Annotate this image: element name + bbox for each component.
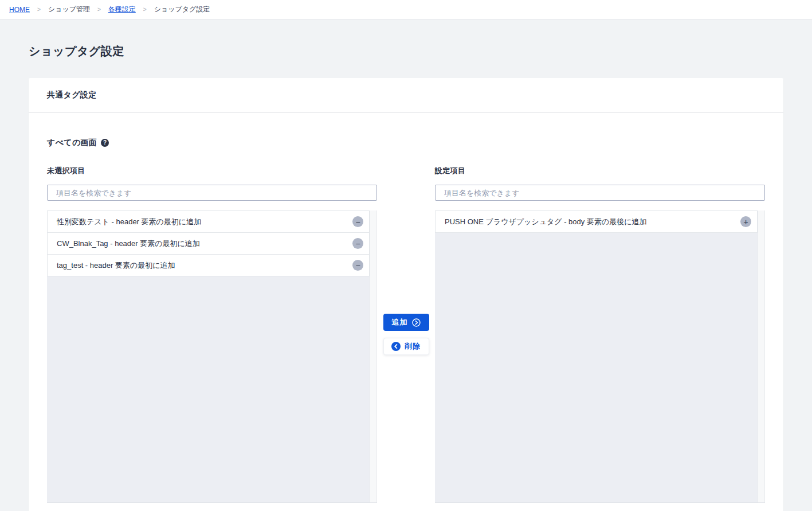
unselected-rows: 性別変数テスト - header 要素の最初に追加 − CW_Blnak_Tag…	[47, 210, 370, 276]
minus-icon[interactable]: −	[352, 216, 363, 227]
card-header-title: 共通タグ設定	[29, 78, 783, 113]
selected-column-label: 設定項目	[435, 166, 765, 176]
breadcrumb-home-link[interactable]: HOME	[9, 6, 30, 14]
unselected-column: 未選択項目 性別変数テスト - header 要素の最初に追加 − CW_Bln…	[47, 166, 377, 503]
list-item[interactable]: tag_test - header 要素の最初に追加 −	[47, 255, 370, 276]
list-item[interactable]: PUSH ONE ブラウザプッシュタグ - body 要素の最後に追加 +	[435, 211, 758, 233]
unselected-listbox: 性別変数テスト - header 要素の最初に追加 − CW_Blnak_Tag…	[47, 210, 377, 503]
unselected-column-label: 未選択項目	[47, 166, 377, 176]
help-icon[interactable]: ?	[101, 139, 109, 147]
breadcrumb-shop-management: ショップ管理	[48, 5, 90, 14]
list-item-label: 性別変数テスト - header 要素の最初に追加	[57, 217, 201, 227]
dual-list-transfer: 未選択項目 性別変数テスト - header 要素の最初に追加 − CW_Bln…	[47, 166, 765, 503]
breadcrumb-separator: >	[97, 6, 101, 13]
list-item[interactable]: CW_Blnak_Tag - header 要素の最初に追加 −	[47, 233, 370, 255]
breadcrumb-separator: >	[143, 6, 147, 13]
page-title: ショップタグ設定	[29, 44, 783, 59]
section-title-row: すべての画面 ?	[47, 138, 765, 148]
card-body: すべての画面 ? 未選択項目 性別変数テスト - header 要素の最初に追加…	[29, 113, 783, 511]
selected-search-input[interactable]	[435, 185, 765, 201]
arrow-left-circle-icon	[391, 342, 401, 351]
minus-icon[interactable]: −	[352, 238, 363, 249]
minus-icon[interactable]: −	[352, 260, 363, 271]
scrollbar-track[interactable]	[758, 210, 765, 502]
delete-button-label: 削除	[405, 341, 421, 352]
section-title-label: すべての画面	[47, 138, 97, 148]
list-item-label: tag_test - header 要素の最初に追加	[57, 260, 175, 271]
breadcrumb-separator: >	[37, 6, 41, 13]
scrollbar-track[interactable]	[370, 210, 377, 502]
transfer-buttons: 追加 削除	[377, 166, 435, 503]
breadcrumb-settings-link[interactable]: 各種設定	[108, 5, 136, 14]
page-content: ショップタグ設定 共通タグ設定 すべての画面 ? 未選択項目 性別変数テスト -…	[0, 44, 812, 511]
selected-listbox: PUSH ONE ブラウザプッシュタグ - body 要素の最後に追加 +	[435, 210, 765, 503]
selected-rows: PUSH ONE ブラウザプッシュタグ - body 要素の最後に追加 +	[435, 210, 758, 233]
delete-button[interactable]: 削除	[383, 338, 429, 355]
plus-icon[interactable]: +	[740, 216, 751, 227]
list-item[interactable]: 性別変数テスト - header 要素の最初に追加 −	[47, 211, 370, 233]
breadcrumb-current-page: ショップタグ設定	[154, 5, 210, 14]
add-button[interactable]: 追加	[383, 314, 429, 331]
common-tag-settings-card: 共通タグ設定 すべての画面 ? 未選択項目 性別変数テスト - header 要…	[29, 78, 783, 511]
unselected-search-input[interactable]	[47, 185, 377, 201]
list-item-label: CW_Blnak_Tag - header 要素の最初に追加	[57, 239, 200, 249]
list-item-label: PUSH ONE ブラウザプッシュタグ - body 要素の最後に追加	[445, 217, 647, 227]
selected-column: 設定項目 PUSH ONE ブラウザプッシュタグ - body 要素の最後に追加…	[435, 166, 765, 503]
arrow-right-circle-icon	[412, 318, 421, 327]
breadcrumb: HOME > ショップ管理 > 各種設定 > ショップタグ設定	[0, 0, 812, 19]
add-button-label: 追加	[392, 317, 408, 327]
